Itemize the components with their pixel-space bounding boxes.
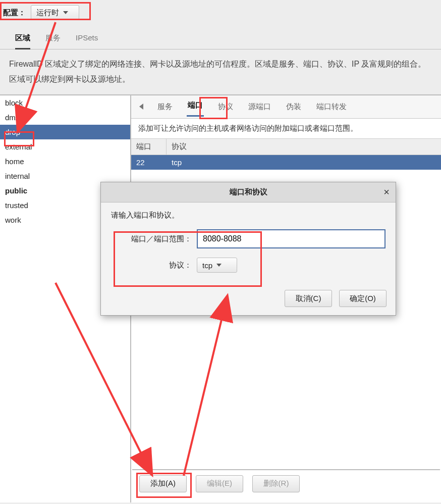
ok-button[interactable]: 确定(O): [339, 290, 387, 307]
action-bar: 添加(A) 编辑(E) 删除(R): [132, 469, 440, 497]
tab-services[interactable]: 服务: [45, 31, 61, 49]
config-label: 配置：: [3, 8, 26, 18]
inner-tab-protocols[interactable]: 协议: [217, 99, 234, 115]
inner-tabs: 服务 端口 协议 源端口 伪装 端口转发: [131, 95, 441, 119]
inner-tab-port-forward[interactable]: 端口转发: [315, 99, 348, 115]
dialog-actions: 取消(C) 确定(O): [101, 287, 396, 315]
config-combo-value: 运行时: [36, 8, 59, 18]
tabs-scroll-left-icon[interactable]: [139, 104, 143, 110]
dialog-description: 请输入端口和协议。: [111, 211, 385, 220]
port-range-label: 端口／端口范围：: [111, 234, 197, 244]
inner-tab-masquerade[interactable]: 伪装: [285, 99, 302, 115]
edit-button[interactable]: 编辑(E): [196, 475, 243, 492]
zone-item[interactable]: external: [0, 139, 130, 154]
ports-description: 添加可让允许访问的主机或者网络访问的附加端口或者端口范围。: [131, 119, 441, 138]
dialog-titlebar[interactable]: 端口和协议 ×: [101, 182, 396, 203]
top-bar: 配置： 运行时: [0, 0, 441, 25]
zone-item[interactable]: home: [0, 154, 130, 169]
zone-item-selected[interactable]: drop: [0, 125, 130, 139]
port-range-input[interactable]: [197, 229, 385, 248]
protocol-label: 协议：: [111, 261, 197, 270]
ports-table-header: 端口 协议: [131, 138, 441, 155]
cell-protocol: tcp: [172, 158, 182, 167]
zone-item[interactable]: block: [0, 95, 130, 110]
close-icon[interactable]: ×: [383, 186, 390, 198]
port-protocol-dialog: 端口和协议 × 请输入端口和协议。 端口／端口范围： 协议： tcp 取消(C)…: [100, 182, 396, 316]
remove-button[interactable]: 删除(R): [252, 475, 300, 492]
tab-ipsets[interactable]: IPSets: [76, 31, 98, 49]
chevron-down-icon: [216, 264, 222, 267]
col-port[interactable]: 端口: [131, 139, 167, 155]
config-combo[interactable]: 运行时: [31, 5, 79, 20]
cell-port: 22: [136, 158, 172, 167]
dialog-body: 请输入端口和协议。 端口／端口范围： 协议： tcp: [101, 203, 396, 287]
col-protocol[interactable]: 协议: [167, 139, 192, 155]
table-row[interactable]: 22 tcp: [131, 155, 441, 170]
protocol-combo-value: tcp: [202, 261, 212, 270]
zone-item[interactable]: dmz: [0, 110, 130, 125]
protocol-combo[interactable]: tcp: [197, 258, 237, 273]
add-button[interactable]: 添加(A): [139, 475, 187, 492]
cancel-button[interactable]: 取消(C): [285, 290, 332, 307]
zone-item[interactable]: internal: [0, 169, 130, 183]
app-window: 配置： 运行时 区域 服务 IPSets FirewallD 区域定义了绑定的网…: [0, 0, 441, 504]
tab-zones[interactable]: 区域: [15, 31, 30, 49]
inner-tab-source-ports[interactable]: 源端口: [247, 99, 272, 115]
chevron-down-icon: [63, 11, 68, 14]
dialog-title: 端口和协议: [230, 187, 267, 197]
inner-tab-services[interactable]: 服务: [156, 99, 174, 115]
zone-description: FirewallD 区域定义了绑定的网络连接、网卡以及源地址的可信程度。区域是服…: [0, 49, 441, 94]
main-tabs: 区域 服务 IPSets: [0, 25, 441, 49]
inner-tab-ports[interactable]: 端口: [187, 97, 204, 117]
